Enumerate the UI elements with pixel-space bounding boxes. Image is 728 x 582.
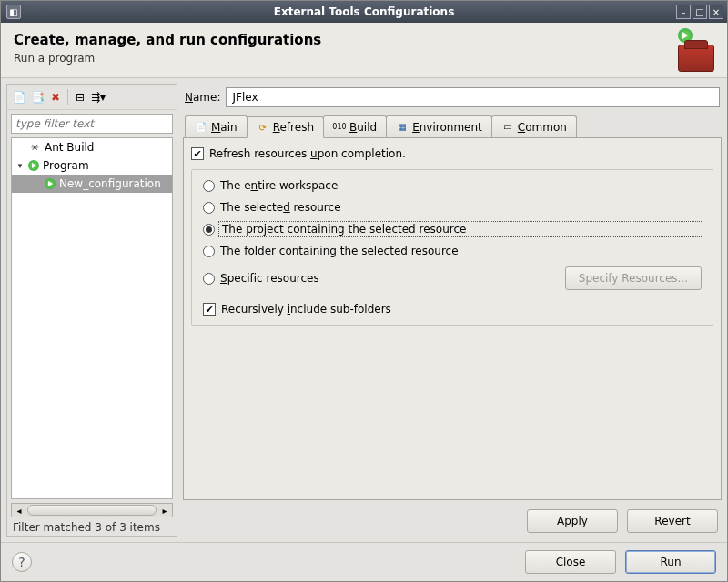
titlebar: ◧ External Tools Configurations – □ × bbox=[1, 1, 727, 23]
revert-button[interactable]: Revert bbox=[627, 509, 718, 533]
expander-icon[interactable] bbox=[15, 161, 25, 170]
run-button[interactable]: Run bbox=[625, 550, 716, 574]
config-tree[interactable]: Ant Build Program New_configuration bbox=[11, 137, 173, 499]
filter-status: Filter matched 3 of 3 items bbox=[7, 519, 177, 536]
new-config-icon[interactable]: 📄 bbox=[11, 89, 27, 105]
tab-common[interactable]: ▭ Common bbox=[491, 115, 577, 137]
radio-icon[interactable] bbox=[203, 246, 215, 257]
footer: ? Close Run bbox=[1, 542, 727, 581]
tree-hscrollbar[interactable]: ◂ ▸ bbox=[11, 503, 173, 517]
tab-main[interactable]: 📄 Main bbox=[185, 115, 248, 137]
radio-specific-resources[interactable]: Specific resources Specify Resources... bbox=[203, 266, 702, 290]
radio-folder-containing[interactable]: The folder containing the selected resou… bbox=[203, 245, 702, 257]
tree-item-program[interactable]: Program bbox=[12, 156, 172, 175]
window: ◧ External Tools Configurations – □ × Cr… bbox=[0, 0, 728, 582]
radio-icon[interactable] bbox=[203, 202, 215, 214]
tab-label: Common bbox=[518, 121, 567, 134]
minimize-icon[interactable]: – bbox=[676, 5, 691, 19]
name-label: Name: bbox=[185, 91, 220, 104]
tree-toolbar: 📄 📑 ✖ ⊟ ⇶▾ bbox=[7, 85, 177, 110]
tabstrip: 📄 Main ⟳ Refresh 010 Build ▦ Environment… bbox=[183, 115, 722, 138]
tree-item-new-configuration[interactable]: New_configuration bbox=[12, 175, 172, 193]
tab-environment[interactable]: ▦ Environment bbox=[386, 115, 492, 137]
tab-refresh[interactable]: ⟳ Refresh bbox=[247, 116, 324, 138]
recurse-subfolders-row: Recursively include sub-folders bbox=[203, 303, 702, 316]
radio-entire-workspace[interactable]: The entire workspace bbox=[203, 179, 702, 192]
page-title: Create, manage, and run configurations bbox=[14, 32, 671, 48]
program-icon bbox=[45, 178, 56, 189]
duplicate-config-icon[interactable]: 📑 bbox=[29, 89, 46, 105]
close-button[interactable]: Close bbox=[525, 550, 616, 574]
apply-button[interactable]: Apply bbox=[527, 509, 618, 533]
radio-label: The project containing the selected reso… bbox=[220, 223, 702, 236]
toolbox-icon bbox=[678, 45, 714, 72]
refresh-tab-page: Refresh resources upon completion. The e… bbox=[183, 138, 722, 500]
scroll-thumb[interactable] bbox=[27, 505, 157, 516]
radio-label: The folder containing the selected resou… bbox=[220, 245, 459, 257]
tree-item-label: Ant Build bbox=[45, 141, 94, 154]
radio-label: The entire workspace bbox=[220, 179, 338, 192]
common-tab-icon: ▭ bbox=[501, 121, 514, 134]
radio-label: Specific resources bbox=[220, 272, 560, 285]
header-icon bbox=[671, 32, 714, 72]
env-tab-icon: ▦ bbox=[396, 121, 409, 134]
right-pane: Name: 📄 Main ⟳ Refresh 010 Build ▦ bbox=[183, 84, 722, 537]
window-title: External Tools Configurations bbox=[1, 5, 727, 18]
radio-project-containing[interactable]: The project containing the selected reso… bbox=[203, 223, 702, 236]
scroll-right-icon[interactable]: ▸ bbox=[157, 506, 172, 516]
refresh-on-completion-label: Refresh resources upon completion. bbox=[209, 147, 406, 160]
tab-label: Main bbox=[211, 121, 238, 134]
build-tab-icon: 010 bbox=[333, 121, 346, 134]
tab-label: Build bbox=[349, 121, 377, 134]
tree-item-label: New_configuration bbox=[59, 177, 161, 190]
radio-icon[interactable] bbox=[203, 273, 215, 285]
refresh-scope-group: The entire workspace The selected resour… bbox=[191, 169, 713, 326]
ant-icon bbox=[28, 141, 41, 154]
header: Create, manage, and run configurations R… bbox=[1, 23, 727, 78]
radio-selected-resource[interactable]: The selected resource bbox=[203, 201, 702, 214]
left-pane: 📄 📑 ✖ ⊟ ⇶▾ Ant Build Program bbox=[6, 84, 177, 537]
tab-label: Refresh bbox=[273, 121, 314, 134]
recurse-subfolders-checkbox[interactable] bbox=[203, 303, 216, 316]
tree-item-ant[interactable]: Ant Build bbox=[12, 138, 172, 156]
help-icon[interactable]: ? bbox=[12, 552, 32, 572]
filter-input[interactable] bbox=[11, 114, 173, 134]
apply-revert-row: Apply Revert bbox=[183, 500, 722, 537]
refresh-on-completion-checkbox[interactable] bbox=[191, 147, 204, 160]
scroll-left-icon[interactable]: ◂ bbox=[12, 506, 26, 516]
refresh-tab-icon: ⟳ bbox=[257, 121, 269, 134]
radio-label: The selected resource bbox=[220, 201, 341, 214]
delete-config-icon[interactable]: ✖ bbox=[47, 89, 64, 105]
close-icon[interactable]: × bbox=[709, 5, 723, 19]
radio-icon[interactable] bbox=[203, 224, 215, 236]
filter-menu-icon[interactable]: ⇶▾ bbox=[90, 89, 106, 105]
specify-resources-button: Specify Resources... bbox=[565, 266, 702, 290]
collapse-all-icon[interactable]: ⊟ bbox=[72, 89, 88, 105]
toolbar-separator bbox=[67, 89, 68, 105]
tab-label: Environment bbox=[412, 121, 482, 134]
recurse-subfolders-label: Recursively include sub-folders bbox=[221, 303, 391, 316]
tree-item-label: Program bbox=[43, 159, 89, 172]
maximize-icon[interactable]: □ bbox=[693, 5, 707, 19]
app-menu-icon[interactable]: ◧ bbox=[6, 5, 21, 19]
main-tab-icon: 📄 bbox=[195, 121, 207, 134]
tab-build[interactable]: 010 Build bbox=[323, 115, 387, 137]
page-subtitle: Run a program bbox=[14, 52, 671, 65]
program-icon bbox=[28, 160, 39, 171]
radio-icon[interactable] bbox=[203, 180, 215, 192]
refresh-on-completion-row: Refresh resources upon completion. bbox=[191, 147, 713, 160]
name-input[interactable] bbox=[226, 87, 720, 107]
